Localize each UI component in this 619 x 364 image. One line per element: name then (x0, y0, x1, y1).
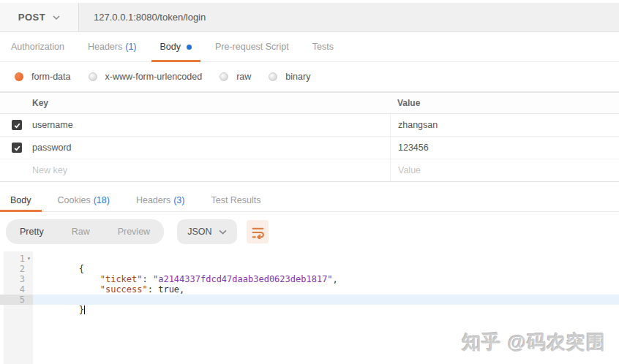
new-key-input[interactable] (32, 165, 372, 175)
tab-body[interactable]: Body (160, 32, 192, 61)
view-preview-button[interactable]: Preview (104, 227, 164, 237)
headers-count-badge: (1) (125, 42, 136, 52)
code-line-content[interactable]: } (33, 295, 619, 305)
table-new-row (0, 159, 619, 182)
tab-headers[interactable]: Headers (1) (88, 32, 137, 61)
response-toolbar: Pretty Raw Preview JSON (6, 219, 269, 244)
method-dropdown[interactable]: POST (0, 3, 79, 31)
mode-raw[interactable]: raw (220, 72, 251, 82)
view-raw-button[interactable]: Raw (58, 227, 104, 237)
new-value-input[interactable] (398, 165, 608, 175)
view-mode-segmented-control: Pretty Raw Preview (6, 219, 164, 244)
table-row: password 123456 (0, 137, 619, 159)
line-number: 3 (20, 274, 25, 284)
check-icon (13, 144, 21, 152)
code-line-content[interactable]: { (33, 254, 619, 264)
tab-pre-request-script[interactable]: Pre-request Script (215, 32, 289, 61)
row-enabled-checkbox[interactable] (12, 120, 22, 130)
chevron-down-icon (219, 230, 227, 235)
radio-selected-icon[interactable] (15, 72, 23, 81)
format-dropdown[interactable]: JSON (177, 219, 237, 244)
row-enabled-checkbox[interactable] (12, 143, 22, 153)
chevron-down-icon (53, 15, 60, 20)
line-number: 1 (20, 254, 25, 264)
code-line[interactable]: 1 ▾ { (0, 254, 619, 264)
table-row: username zhangsan (0, 114, 619, 137)
check-icon (13, 121, 21, 129)
radio-unselected-icon[interactable] (269, 72, 277, 81)
mode-form-data[interactable]: form-data (15, 72, 71, 82)
value-column-header: Value (390, 93, 619, 113)
postman-window: POST 127.0.0.1:8080/token/login Authoriz… (0, 0, 619, 364)
tab-authorization[interactable]: Authorization (11, 32, 64, 61)
key-cell[interactable]: password (32, 137, 390, 159)
request-url-bar: POST 127.0.0.1:8080/token/login (0, 3, 619, 32)
wrap-text-icon (251, 225, 265, 239)
cookies-count-badge: (18) (94, 195, 110, 205)
response-tab-headers[interactable]: Headers (3) (126, 189, 195, 211)
format-label: JSON (187, 227, 211, 237)
text-cursor (84, 306, 85, 314)
request-tabs: Authorization Headers (1) Body Pre-reque… (0, 32, 619, 62)
code-line-content[interactable]: "message": "登录成功" (33, 284, 619, 295)
wrap-text-button[interactable] (247, 220, 269, 243)
code-line-active[interactable]: 5 } (0, 295, 619, 305)
code-line[interactable]: 4 "message": "登录成功" (0, 284, 619, 295)
value-cell[interactable]: zhangsan (390, 114, 619, 136)
value-cell[interactable]: 123456 (390, 137, 619, 159)
code-line[interactable]: 3 "success": true, (0, 274, 619, 284)
response-tabs: Body Cookies (18) Headers (3) Test Resul… (0, 189, 619, 212)
line-number: 2 (20, 264, 25, 274)
code-line[interactable]: 2 "ticket": "a2144337fdcd47daab3ed0623de… (0, 264, 619, 274)
response-tab-test-results[interactable]: Test Results (200, 189, 271, 211)
response-tab-body[interactable]: Body (0, 189, 42, 211)
body-mode-options: form-data x-www-form-urlencoded raw bina… (0, 62, 619, 92)
code-line-content[interactable]: "success": true, (33, 274, 619, 284)
line-number: 5 (20, 295, 25, 305)
url-text: 127.0.0.1:8080/token/login (94, 12, 206, 23)
watermark: 知乎 @码农突围 (462, 330, 606, 355)
radio-unselected-icon[interactable] (220, 72, 228, 81)
method-label: POST (18, 12, 45, 23)
mode-x-www-form-urlencoded[interactable]: x-www-form-urlencoded (89, 72, 203, 82)
fold-arrow-icon[interactable]: ▾ (25, 254, 33, 264)
response-headers-count-badge: (3) (173, 195, 184, 205)
body-has-content-dot-icon (187, 45, 192, 50)
response-tab-cookies[interactable]: Cookies (18) (48, 189, 120, 211)
key-column-header: Key (32, 93, 390, 113)
tab-tests[interactable]: Tests (312, 32, 334, 61)
radio-unselected-icon[interactable] (89, 72, 97, 81)
form-data-table: Key Value username zhangsan password 123… (0, 92, 619, 182)
mode-binary[interactable]: binary (269, 72, 310, 82)
code-line-content[interactable]: "ticket": "a2144337fdcd47daab3ed0623deb1… (33, 264, 619, 274)
table-header-row: Key Value (0, 92, 619, 114)
url-input[interactable]: 127.0.0.1:8080/token/login (79, 3, 619, 31)
key-cell[interactable]: username (32, 114, 390, 136)
line-number: 4 (20, 284, 25, 295)
view-pretty-button[interactable]: Pretty (6, 227, 58, 237)
